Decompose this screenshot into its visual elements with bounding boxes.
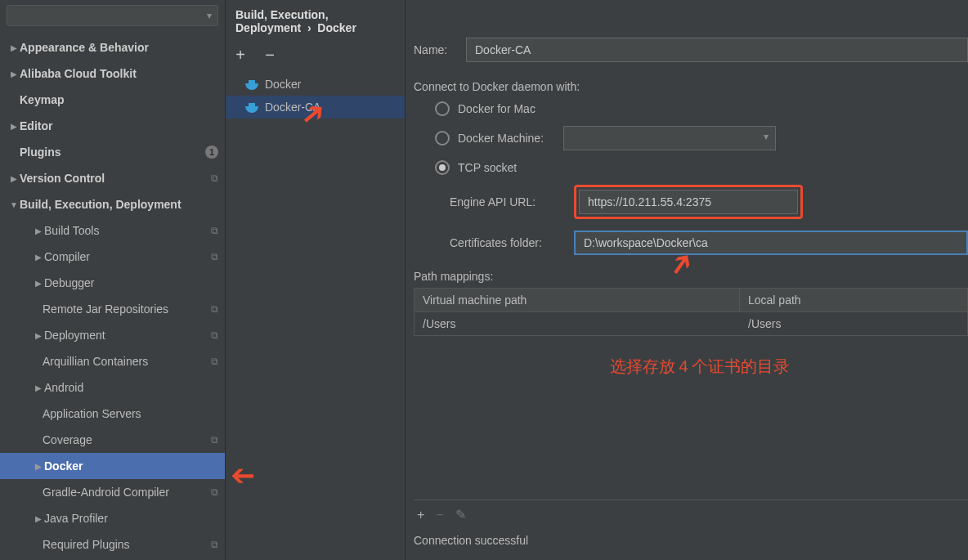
chevron-right-icon: ▶ — [33, 226, 44, 235]
scope-icon: ⧉ — [211, 303, 218, 315]
chevron-right-icon: ▶ — [8, 69, 20, 78]
remove-mapping-button[interactable]: − — [436, 508, 443, 522]
chevron-right-icon: ▶ — [33, 253, 44, 262]
settings-tree: ▶Appearance & Behavior ▶Alibaba Cloud To… — [0, 31, 225, 560]
plugins-badge: 1 — [205, 146, 218, 159]
scope-icon: ⧉ — [211, 539, 218, 550]
name-label: Name: — [414, 43, 466, 56]
breadcrumb-current: Docker — [317, 21, 356, 34]
tree-item-appservers[interactable]: Application Servers — [0, 401, 225, 427]
chevron-down-icon: ▼ — [8, 200, 20, 209]
chevron-right-icon: ▶ — [8, 43, 20, 52]
scope-icon: ⧉ — [211, 356, 218, 367]
tree-item-docker[interactable]: ▶Docker — [0, 453, 225, 479]
chevron-right-icon: ▶ — [8, 122, 20, 131]
tree-item-javaprofiler[interactable]: ▶Java Profiler — [0, 505, 225, 531]
table-row[interactable]: /Users /Users — [415, 312, 967, 335]
scope-icon: ⧉ — [211, 172, 218, 184]
radio-docker-mac[interactable] — [435, 101, 450, 116]
scope-icon: ⧉ — [211, 225, 218, 236]
add-mapping-button[interactable]: + — [417, 508, 424, 522]
tree-item-required[interactable]: Required Plugins⧉ — [0, 531, 225, 558]
scope-icon: ⧉ — [211, 251, 218, 262]
docker-config-panel: Name: Connect to Docker daemon with: Doc… — [406, 0, 968, 560]
cert-folder-label: Certificates folder: — [450, 236, 574, 249]
tree-item-buildtools[interactable]: ▶Build Tools⧉ — [0, 217, 225, 244]
tree-item-remotejar[interactable]: Remote Jar Repositories⧉ — [0, 296, 225, 322]
breadcrumb-parent[interactable]: Build, Execution, Deployment — [235, 8, 329, 34]
col-virtual-path[interactable]: Virtual machine path — [415, 289, 740, 311]
remove-button[interactable]: − — [262, 46, 278, 65]
docker-item[interactable]: Docker — [226, 73, 405, 96]
chevron-right-icon: ▶ — [33, 279, 44, 288]
name-input[interactable] — [466, 38, 968, 62]
path-mappings-table: Virtual machine path Local path /Users /… — [414, 288, 968, 336]
chevron-right-icon: ▶ — [33, 331, 44, 340]
docker-item-ca[interactable]: Docker-CA — [226, 96, 405, 119]
settings-sidebar: Q ▾ ▶Appearance & Behavior ▶Alibaba Clou… — [0, 0, 226, 560]
docker-item-label: Docker — [265, 78, 301, 91]
tree-item-deployment[interactable]: ▶Deployment⧉ — [0, 322, 225, 348]
tree-item-android[interactable]: ▶Android — [0, 374, 225, 401]
docker-machine-combo[interactable] — [563, 126, 776, 150]
scope-icon: ⧉ — [211, 329, 218, 341]
tree-item-keymap[interactable]: Keymap — [0, 87, 225, 113]
scope-icon: ⧉ — [211, 434, 218, 446]
tree-item-arquillian[interactable]: Arquillian Containers⧉ — [0, 348, 225, 374]
docker-item-label: Docker-CA — [265, 101, 320, 114]
cert-folder-input[interactable] — [574, 231, 968, 255]
tree-item-build[interactable]: ▼Build, Execution, Deployment — [0, 191, 225, 217]
annotation-text: 选择存放４个证书的目录 — [610, 356, 968, 378]
edit-mapping-button[interactable]: ✎ — [455, 507, 466, 522]
connect-label: Connect to Docker daemon with: — [414, 80, 968, 93]
tree-item-alibaba[interactable]: ▶Alibaba Cloud Toolkit — [0, 60, 225, 87]
docker-icon — [245, 78, 258, 90]
docker-list-panel: Build, Execution, Deployment › Docker + … — [226, 0, 406, 560]
engine-url-label: Engine API URL: — [450, 195, 574, 208]
tree-item-debugger[interactable]: ▶Debugger — [0, 270, 225, 296]
chevron-right-icon: ▶ — [33, 462, 44, 471]
radio-tcp-socket[interactable] — [435, 160, 450, 175]
breadcrumb: Build, Execution, Deployment › Docker — [226, 0, 405, 43]
annotation-highlight — [574, 185, 803, 219]
dropdown-icon[interactable]: ▾ — [207, 10, 212, 21]
tree-item-coverage[interactable]: Coverage⧉ — [0, 427, 225, 453]
tree-item-vcs[interactable]: ▶Version Control⧉ — [0, 165, 225, 191]
tree-item-plugins[interactable]: Plugins1 — [0, 139, 225, 165]
chevron-right-icon: ▶ — [33, 514, 44, 523]
connection-status: Connection successful — [414, 529, 968, 560]
chevron-right-icon: ▶ — [33, 383, 44, 392]
tree-item-appearance[interactable]: ▶Appearance & Behavior — [0, 34, 225, 60]
tree-item-gradle[interactable]: Gradle-Android Compiler⧉ — [0, 479, 225, 505]
search-input[interactable] — [7, 5, 218, 26]
radio-docker-machine[interactable] — [435, 131, 450, 146]
path-mappings-label: Path mappings: — [414, 270, 968, 283]
tree-item-editor[interactable]: ▶Editor — [0, 113, 225, 139]
col-local-path[interactable]: Local path — [740, 289, 967, 311]
scope-icon: ⧉ — [211, 486, 218, 498]
tree-item-compiler[interactable]: ▶Compiler⧉ — [0, 244, 225, 270]
engine-url-input[interactable] — [579, 190, 798, 214]
add-button[interactable]: + — [232, 46, 249, 65]
docker-icon — [245, 101, 258, 113]
chevron-right-icon: ▶ — [8, 174, 20, 183]
